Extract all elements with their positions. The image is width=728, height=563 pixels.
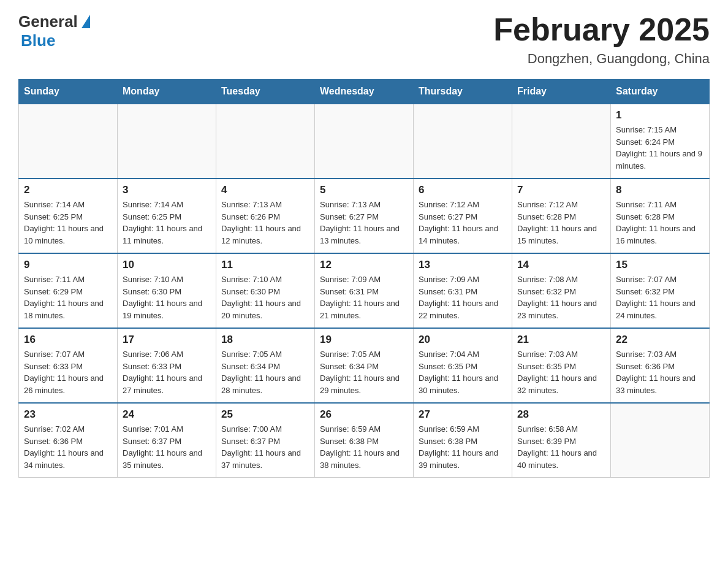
day-info: Sunrise: 7:02 AMSunset: 6:36 PMDaylight:…: [24, 423, 112, 471]
weekday-header-tuesday: Tuesday: [216, 80, 315, 104]
day-number: 4: [221, 184, 309, 196]
calendar-cell: 26Sunrise: 6:59 AMSunset: 6:38 PMDayligh…: [315, 403, 414, 478]
day-info: Sunrise: 7:09 AMSunset: 6:31 PMDaylight:…: [320, 274, 408, 321]
calendar-table: SundayMondayTuesdayWednesdayThursdayFrid…: [18, 79, 710, 478]
day-info: Sunrise: 7:07 AMSunset: 6:33 PMDaylight:…: [24, 348, 112, 396]
day-info: Sunrise: 7:03 AMSunset: 6:35 PMDaylight:…: [517, 348, 605, 396]
calendar-cell: 27Sunrise: 6:59 AMSunset: 6:38 PMDayligh…: [414, 403, 512, 478]
weekday-header-saturday: Saturday: [611, 80, 710, 104]
calendar-cell: 25Sunrise: 7:00 AMSunset: 6:37 PMDayligh…: [216, 403, 315, 478]
logo-triangle-icon: [82, 15, 90, 28]
day-info: Sunrise: 7:09 AMSunset: 6:31 PMDaylight:…: [419, 274, 507, 321]
day-info: Sunrise: 7:11 AMSunset: 6:28 PMDaylight:…: [616, 199, 704, 247]
calendar-cell: 18Sunrise: 7:05 AMSunset: 6:34 PMDayligh…: [216, 328, 315, 403]
day-number: 24: [123, 408, 211, 421]
calendar-cell: 21Sunrise: 7:03 AMSunset: 6:35 PMDayligh…: [512, 328, 611, 403]
weekday-header-sunday: Sunday: [19, 80, 118, 104]
day-number: 27: [419, 408, 507, 421]
day-number: 18: [221, 334, 309, 346]
calendar-cell: 12Sunrise: 7:09 AMSunset: 6:31 PMDayligh…: [315, 253, 414, 328]
logo-general-text: General: [18, 12, 78, 31]
calendar-cell: 15Sunrise: 7:07 AMSunset: 6:32 PMDayligh…: [611, 253, 710, 328]
logo-line1: General: [18, 12, 90, 31]
calendar-cell: [611, 403, 710, 478]
calendar-cell: 11Sunrise: 7:10 AMSunset: 6:30 PMDayligh…: [216, 253, 315, 328]
calendar-cell: 1Sunrise: 7:15 AMSunset: 6:24 PMDaylight…: [611, 104, 710, 178]
calendar-cell: 8Sunrise: 7:11 AMSunset: 6:28 PMDaylight…: [611, 178, 710, 253]
weekday-header-friday: Friday: [512, 80, 611, 104]
day-number: 2: [24, 184, 112, 196]
day-info: Sunrise: 7:04 AMSunset: 6:35 PMDaylight:…: [419, 348, 507, 396]
calendar-cell: 22Sunrise: 7:03 AMSunset: 6:36 PMDayligh…: [611, 328, 710, 403]
calendar-cell: 17Sunrise: 7:06 AMSunset: 6:33 PMDayligh…: [118, 328, 216, 403]
day-info: Sunrise: 7:11 AMSunset: 6:29 PMDaylight:…: [24, 274, 112, 321]
calendar-cell: 19Sunrise: 7:05 AMSunset: 6:34 PMDayligh…: [315, 328, 414, 403]
calendar-week-row: 2Sunrise: 7:14 AMSunset: 6:25 PMDaylight…: [19, 178, 710, 253]
calendar-cell: [118, 104, 216, 178]
calendar-cell: 14Sunrise: 7:08 AMSunset: 6:32 PMDayligh…: [512, 253, 611, 328]
day-number: 3: [123, 184, 211, 196]
calendar-cell: 28Sunrise: 6:58 AMSunset: 6:39 PMDayligh…: [512, 403, 611, 478]
day-number: 19: [320, 334, 408, 346]
calendar-cell: 9Sunrise: 7:11 AMSunset: 6:29 PMDaylight…: [19, 253, 118, 328]
calendar-cell: 4Sunrise: 7:13 AMSunset: 6:26 PMDaylight…: [216, 178, 315, 253]
day-number: 21: [517, 334, 605, 346]
logo-icon-area: [80, 16, 90, 28]
calendar-cell: 10Sunrise: 7:10 AMSunset: 6:30 PMDayligh…: [118, 253, 216, 328]
day-number: 8: [616, 184, 704, 196]
day-info: Sunrise: 7:05 AMSunset: 6:34 PMDaylight:…: [221, 348, 309, 396]
day-number: 16: [24, 334, 112, 346]
day-info: Sunrise: 7:08 AMSunset: 6:32 PMDaylight:…: [517, 274, 605, 321]
day-info: Sunrise: 6:59 AMSunset: 6:38 PMDaylight:…: [320, 423, 408, 471]
day-info: Sunrise: 7:12 AMSunset: 6:28 PMDaylight:…: [517, 199, 605, 247]
day-number: 26: [320, 408, 408, 421]
day-info: Sunrise: 7:01 AMSunset: 6:37 PMDaylight:…: [123, 423, 211, 471]
calendar-cell: [414, 104, 512, 178]
calendar-cell: 13Sunrise: 7:09 AMSunset: 6:31 PMDayligh…: [414, 253, 512, 328]
calendar-week-row: 23Sunrise: 7:02 AMSunset: 6:36 PMDayligh…: [19, 403, 710, 478]
day-info: Sunrise: 7:13 AMSunset: 6:26 PMDaylight:…: [221, 199, 309, 247]
calendar-header-row: SundayMondayTuesdayWednesdayThursdayFrid…: [19, 80, 710, 104]
day-number: 15: [616, 259, 704, 271]
calendar-subtitle: Dongzhen, Guangdong, China: [493, 51, 710, 67]
day-info: Sunrise: 7:10 AMSunset: 6:30 PMDaylight:…: [221, 274, 309, 321]
logo-line2: Blue: [18, 31, 90, 50]
calendar-cell: [315, 104, 414, 178]
day-info: Sunrise: 7:07 AMSunset: 6:32 PMDaylight:…: [616, 274, 704, 321]
weekday-header-thursday: Thursday: [414, 80, 512, 104]
day-number: 10: [123, 259, 211, 271]
calendar-cell: 16Sunrise: 7:07 AMSunset: 6:33 PMDayligh…: [19, 328, 118, 403]
logo: General Blue: [18, 12, 90, 50]
day-info: Sunrise: 6:59 AMSunset: 6:38 PMDaylight:…: [419, 423, 507, 471]
day-number: 13: [419, 259, 507, 271]
day-number: 9: [24, 259, 112, 271]
day-number: 23: [24, 408, 112, 421]
day-number: 1: [616, 109, 704, 121]
weekday-header-monday: Monday: [118, 80, 216, 104]
day-number: 12: [320, 259, 408, 271]
calendar-cell: [216, 104, 315, 178]
calendar-cell: 2Sunrise: 7:14 AMSunset: 6:25 PMDaylight…: [19, 178, 118, 253]
calendar-cell: 6Sunrise: 7:12 AMSunset: 6:27 PMDaylight…: [414, 178, 512, 253]
calendar-cell: 3Sunrise: 7:14 AMSunset: 6:25 PMDaylight…: [118, 178, 216, 253]
day-number: 17: [123, 334, 211, 346]
weekday-header-wednesday: Wednesday: [315, 80, 414, 104]
day-info: Sunrise: 7:03 AMSunset: 6:36 PMDaylight:…: [616, 348, 704, 396]
calendar-week-row: 16Sunrise: 7:07 AMSunset: 6:33 PMDayligh…: [19, 328, 710, 403]
calendar-cell: 24Sunrise: 7:01 AMSunset: 6:37 PMDayligh…: [118, 403, 216, 478]
day-info: Sunrise: 7:12 AMSunset: 6:27 PMDaylight:…: [419, 199, 507, 247]
calendar-title: February 2025: [493, 12, 710, 47]
page-header: General Blue February 2025 Dongzhen, Gua…: [18, 12, 710, 67]
day-info: Sunrise: 7:10 AMSunset: 6:30 PMDaylight:…: [123, 274, 211, 321]
calendar-cell: [512, 104, 611, 178]
day-number: 20: [419, 334, 507, 346]
day-number: 11: [221, 259, 309, 271]
day-info: Sunrise: 7:00 AMSunset: 6:37 PMDaylight:…: [221, 423, 309, 471]
day-info: Sunrise: 7:06 AMSunset: 6:33 PMDaylight:…: [123, 348, 211, 396]
day-number: 14: [517, 259, 605, 271]
day-number: 28: [517, 408, 605, 421]
logo-blue-text: Blue: [21, 31, 55, 50]
day-info: Sunrise: 6:58 AMSunset: 6:39 PMDaylight:…: [517, 423, 605, 471]
calendar-cell: [19, 104, 118, 178]
day-info: Sunrise: 7:05 AMSunset: 6:34 PMDaylight:…: [320, 348, 408, 396]
